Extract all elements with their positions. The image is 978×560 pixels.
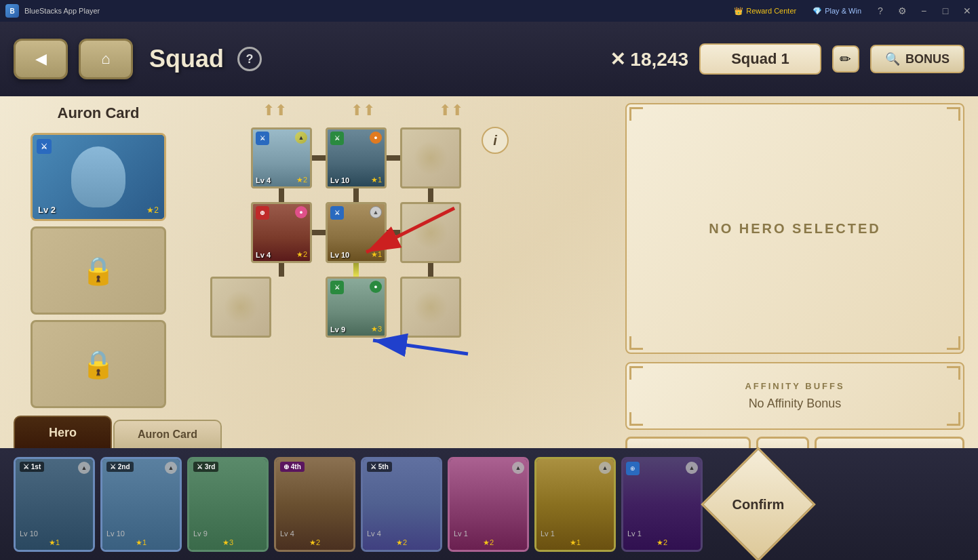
hero-slot-r3c6[interactable]: [400, 202, 461, 263]
hero-7-level: Lv 1: [541, 529, 555, 538]
back-button[interactable]: ◀: [14, 39, 68, 79]
auron-type-badge: ⚔: [37, 139, 52, 154]
hero-list-item-3[interactable]: ⚔ 3rd Lv 9 ★3: [187, 457, 269, 552]
hero-grid: ⚔ ▲ Lv 4 ★2 ⚔ ● Lv 10 ★1: [231, 127, 495, 338]
auron-level: Lv 2: [38, 205, 56, 215]
bonus-button[interactable]: 🔍 BONUS: [870, 45, 964, 73]
hero-list-item-4[interactable]: ⊕ 4th Lv 4 ★2: [274, 457, 355, 552]
empty-ornament-r1c6: [414, 141, 448, 175]
conn-v-r2c6: [428, 188, 433, 202]
crown-icon: 👑: [734, 7, 743, 16]
status-r1c4: ●: [370, 132, 382, 144]
hero-5-type: ⚔ 5th: [367, 462, 392, 472]
hero-slot-r5c6[interactable]: [400, 277, 461, 338]
hero-5-level: Lv 4: [367, 529, 381, 538]
hero-list-item-8[interactable]: ⊕ ▲ Lv 1 ★2: [621, 457, 703, 552]
info-panel: NO HERO SELECTED: [625, 103, 964, 354]
hero-4-level: Lv 4: [280, 529, 294, 538]
info-button[interactable]: i: [482, 127, 509, 154]
conn-h-r1c3: [312, 155, 326, 161]
up-arrow-3: ⬆⬆: [439, 102, 463, 119]
help-button[interactable]: ?: [869, 0, 891, 22]
hero-3-type: ⚔ 3rd: [193, 462, 218, 472]
tab-bar: Hero Auron Card: [14, 416, 222, 448]
hero-1-nav[interactable]: ▲: [78, 462, 90, 474]
hero-6-nav[interactable]: ▲: [512, 462, 524, 474]
hero-7-stars: ★1: [570, 538, 581, 547]
lock-icon-1: 🔒: [81, 255, 115, 287]
confirm-label: Confirm: [732, 496, 785, 512]
hero-3-stars: ★3: [222, 538, 233, 547]
hero-list-item-2[interactable]: ⚔ 2nd ▲ Lv 10 ★1: [100, 457, 182, 552]
titlebar: B BlueStacks App Player 👑 Reward Center …: [0, 0, 978, 22]
stars-r1c4: ★1: [371, 176, 382, 184]
hero-slot-r5c4[interactable]: ⚔ ● Lv 9 ★3: [326, 277, 387, 338]
stars-r5c4: ★3: [371, 325, 382, 334]
window-controls: 👑 Reward Center 💎 Play & Win ? ⚙ − □ ✕: [726, 0, 978, 22]
home-icon: ⌂: [101, 50, 110, 68]
auron-card-slot[interactable]: Lv 2 ★2 ⚔: [31, 133, 166, 221]
status-r5c4: ●: [370, 281, 382, 293]
hero-1-type: ⚔ 1st: [20, 462, 44, 472]
edit-squad-button[interactable]: ✏: [832, 45, 859, 73]
squad-grid-area: ⬆⬆ ⬆⬆ ⬆⬆ ⚔ ▲ Lv 4 ★2 ⚔ ●: [197, 96, 529, 489]
hero-4-stars: ★2: [309, 538, 320, 547]
app-name: BlueStacks App Player: [24, 7, 100, 15]
hero-list-item-1[interactable]: ⚔ 1st ▲ Lv 10 ★1: [14, 457, 95, 552]
affinity-panel: AFFINITY BUFFS No Affinity Bonus: [625, 362, 964, 430]
hero-8-nav[interactable]: ▲: [686, 462, 698, 474]
hero-slot-r1c2[interactable]: ⚔ ▲ Lv 4 ★2: [251, 127, 312, 188]
corner-tr: [947, 107, 960, 121]
diamond-icon: 💎: [813, 7, 822, 16]
hero-2-stars: ★1: [136, 538, 146, 547]
hero-slot-r1c4[interactable]: ⚔ ● Lv 10 ★1: [326, 127, 387, 188]
level-r5c4: Lv 9: [330, 325, 345, 334]
minimize-button[interactable]: −: [913, 0, 935, 22]
hero-slot-r5c1[interactable]: [210, 277, 271, 338]
tab-hero[interactable]: Hero: [14, 416, 112, 448]
settings-button[interactable]: ⚙: [891, 0, 913, 22]
stars-r3c4: ★1: [371, 250, 382, 259]
help-icon-btn[interactable]: ?: [237, 47, 262, 71]
affinity-value: No Affinity Bonus: [749, 397, 842, 411]
stars-r3c2: ★2: [296, 250, 307, 259]
conn-v-r2c2: [279, 188, 284, 202]
badge-r3c4: ⚔: [330, 206, 344, 220]
bottom-hero-list: ⚔ 1st ▲ Lv 10 ★1 ⚔ 2nd ▲ Lv 10 ★1 ⚔ 3rd …: [0, 448, 978, 560]
affinity-title: AFFINITY BUFFS: [745, 381, 844, 391]
play-win-btn[interactable]: 💎 Play & Win: [804, 0, 869, 22]
close-button[interactable]: ✕: [956, 0, 978, 22]
page-title: Squad: [149, 45, 224, 73]
hero-1-level: Lv 10: [20, 529, 38, 538]
hero-list-item-7[interactable]: ▲ Lv 1 ★1: [534, 457, 616, 552]
badge-r3c2: ⊕: [256, 206, 269, 220]
hero-4-type: ⊕ 4th: [280, 462, 305, 472]
hero-8-badge: ⊕: [626, 462, 640, 475]
conn-v-yellow-r4c4: [353, 263, 359, 277]
restore-button[interactable]: □: [935, 0, 956, 22]
hero-slot-r3c2[interactable]: ⊕ ● Lv 4 ★2: [251, 202, 312, 263]
svg-line-3: [373, 340, 468, 354]
tab-auron-card[interactable]: Auron Card: [113, 420, 222, 448]
affinity-corner-tl: [629, 366, 643, 380]
hero-1-stars: ★1: [49, 538, 60, 547]
confirm-button[interactable]: Confirm: [701, 447, 816, 560]
pencil-icon: ✏: [840, 51, 851, 67]
affinity-corner-br: [947, 412, 960, 426]
hero-7-nav[interactable]: ▲: [599, 462, 611, 474]
conn-h-r3c3: [312, 230, 326, 235]
hero-2-nav[interactable]: ▲: [165, 462, 177, 474]
reward-center-btn[interactable]: 👑 Reward Center: [726, 0, 804, 22]
corner-br: [947, 336, 960, 350]
hero-list-item-5[interactable]: ⚔ 5th Lv 4 ★2: [361, 457, 442, 552]
hero-slot-r1c6[interactable]: [400, 127, 461, 188]
hero-8-level: Lv 1: [627, 529, 642, 538]
up-arrow-1: ⬆⬆: [262, 102, 287, 119]
affinity-corner-tr: [947, 366, 960, 380]
hero-list-item-6[interactable]: ▲ Lv 1 ★2: [448, 457, 529, 552]
confirm-btn-wrapper: Confirm: [711, 457, 806, 552]
hero-8-stars: ★2: [657, 538, 667, 547]
hero-slot-r3c4[interactable]: ⚔ ▲ Lv 10 ★1: [326, 202, 387, 263]
home-button[interactable]: ⌂: [79, 39, 133, 79]
badge-r1c4: ⚔: [330, 132, 344, 145]
